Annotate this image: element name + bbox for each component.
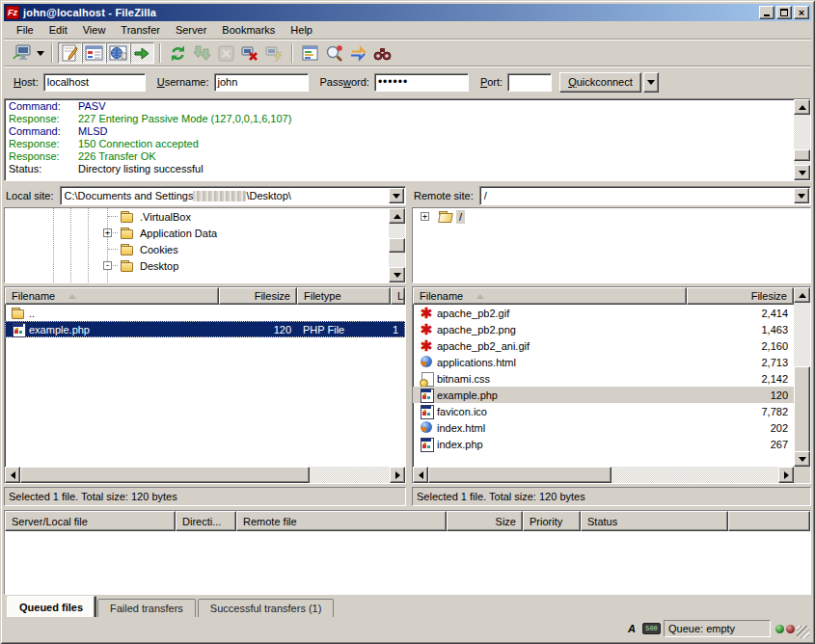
scroll-up-button[interactable] — [794, 99, 810, 115]
scroll-left-button[interactable] — [413, 467, 428, 483]
toggle-remote-tree-button[interactable] — [106, 42, 130, 64]
port-input[interactable] — [507, 73, 552, 92]
process-queue-button[interactable] — [190, 42, 214, 64]
password-label: Password: — [320, 76, 369, 88]
queue-tab[interactable]: Failed transfers — [97, 599, 196, 617]
menu-item[interactable]: Server — [168, 22, 214, 38]
resize-grip[interactable] — [797, 626, 809, 638]
scroll-down-icon — [799, 457, 806, 462]
synchronized-browsing-button[interactable] — [346, 42, 370, 64]
cancel-operation-button[interactable] — [214, 42, 238, 64]
file-row[interactable]: apache_pb2_ani.gif 2,160 — [413, 337, 794, 354]
remote-file-list-panel: Filename Filesize apache_pb2.gif 2,414 a… — [412, 286, 811, 484]
scroll-left-button[interactable] — [5, 467, 20, 483]
tree-expander[interactable]: + — [103, 228, 112, 237]
quickconnect-button[interactable]: Quickconnect — [559, 72, 641, 93]
password-input[interactable]: •••••• — [374, 73, 469, 92]
file-row[interactable]: example.php 120 PHP File 1 — [5, 321, 405, 337]
scroll-up-button[interactable] — [389, 208, 405, 224]
file-row[interactable]: apache_pb2.gif 2,414 — [413, 305, 794, 321]
scrollbar-thumb[interactable] — [794, 149, 810, 161]
tree-item[interactable]: + Application Data — [5, 225, 389, 241]
close-button[interactable]: × — [794, 6, 809, 19]
column-header-filename[interactable]: Filename — [413, 287, 687, 305]
directory-comparison-button[interactable] — [322, 42, 346, 64]
maximize-button[interactable] — [776, 6, 792, 19]
column-header-size[interactable]: Size — [447, 511, 523, 531]
column-header-priority[interactable]: Priority — [523, 511, 581, 531]
refresh-button[interactable] — [166, 42, 190, 64]
scroll-down-button[interactable] — [794, 165, 810, 180]
column-header-filesize[interactable]: Filesize — [219, 287, 297, 305]
disconnect-button[interactable] — [238, 42, 262, 64]
toggle-message-log-button[interactable] — [58, 42, 82, 64]
column-header-status[interactable]: Status — [581, 511, 728, 531]
scroll-down-button[interactable] — [794, 451, 810, 467]
username-input[interactable]: john — [214, 73, 309, 92]
menu-item[interactable]: File — [9, 22, 41, 38]
file-row[interactable]: bitnami.css 2,142 — [413, 370, 794, 387]
column-header-filename[interactable]: Filename — [5, 287, 219, 305]
tree-stub — [108, 216, 118, 217]
quickconnect-dropdown-button[interactable] — [643, 72, 659, 93]
find-files-icon — [373, 44, 392, 63]
remote-vertical-scrollbar[interactable] — [794, 287, 810, 467]
scroll-right-button[interactable] — [390, 467, 405, 483]
menu-item[interactable]: Bookmarks — [214, 22, 283, 38]
column-header-filetype[interactable]: Filetype — [297, 287, 391, 305]
site-manager-button[interactable] — [10, 42, 46, 64]
log-vertical-scrollbar[interactable] — [794, 99, 810, 180]
column-header-filesize[interactable]: Filesize — [687, 287, 794, 305]
local-site-combobox[interactable]: C:\Documents and Settings\Desktop\ — [60, 186, 406, 205]
menu-item[interactable]: Edit — [41, 22, 75, 38]
speed-limits-icon[interactable]: 500 — [642, 623, 661, 634]
column-header-server-local-file[interactable]: Server/Local file — [5, 511, 176, 531]
find-files-button[interactable] — [370, 42, 394, 64]
remote-list-header: Filename Filesize — [413, 287, 794, 305]
toggle-local-tree-button[interactable] — [82, 42, 106, 64]
file-row[interactable]: index.html 202 — [413, 419, 794, 436]
tree-item[interactable]: + / — [413, 208, 810, 225]
toggle-transfer-queue-button[interactable] — [130, 42, 154, 64]
host-input[interactable]: localhost — [43, 73, 146, 92]
tree-item[interactable]: Cookies — [5, 241, 389, 257]
open-folder-icon — [438, 209, 453, 224]
local-tree-vertical-scrollbar[interactable] — [389, 208, 405, 282]
menu-item[interactable]: Transfer — [113, 22, 168, 38]
tree-stub — [108, 249, 118, 250]
local-site-dropdown-button[interactable] — [389, 188, 404, 203]
reconnect-button[interactable] — [262, 42, 286, 64]
queue-tab[interactable]: Successful transfers (1) — [198, 599, 335, 617]
menu-item[interactable]: Help — [283, 22, 320, 38]
scroll-up-button[interactable] — [794, 287, 810, 303]
tree-expander[interactable]: - — [103, 261, 112, 270]
file-row[interactable]: example.php 120 — [413, 387, 794, 403]
file-row[interactable]: .. — [5, 305, 405, 321]
directory-listing-filters-button[interactable] — [298, 42, 322, 64]
scrollbar-thumb[interactable] — [428, 467, 611, 483]
scroll-right-button[interactable] — [778, 467, 794, 483]
menu-item[interactable]: View — [75, 22, 114, 38]
scrollbar-thumb[interactable] — [794, 366, 810, 455]
file-type-icon — [419, 322, 434, 336]
tree-item[interactable]: .VirtualBox — [5, 208, 389, 225]
file-row[interactable]: favicon.ico 7,782 — [413, 403, 794, 419]
minimize-button[interactable] — [759, 6, 774, 19]
file-type-icon — [419, 338, 434, 353]
scroll-down-button[interactable] — [389, 267, 405, 282]
column-header-last-modified[interactable]: Last modified — [391, 287, 405, 305]
tree-item[interactable]: - Desktop — [5, 257, 389, 274]
scrollbar-thumb[interactable] — [20, 467, 310, 483]
local-horizontal-scrollbar[interactable] — [5, 467, 405, 483]
column-header-direction[interactable]: Directi... — [176, 511, 236, 531]
tree-expander[interactable]: + — [421, 212, 429, 221]
remote-horizontal-scrollbar[interactable] — [413, 467, 794, 483]
file-row[interactable]: applications.html 2,713 — [413, 354, 794, 370]
remote-site-dropdown-button[interactable] — [794, 188, 809, 203]
column-header-remote-file[interactable]: Remote file — [236, 511, 447, 531]
file-row[interactable]: index.php 267 — [413, 436, 794, 452]
scrollbar-thumb[interactable] — [389, 238, 405, 253]
file-row[interactable]: apache_pb2.png 1,463 — [413, 321, 794, 337]
queue-tab[interactable]: Queued files — [7, 596, 95, 617]
remote-site-combobox[interactable]: / — [479, 186, 811, 205]
